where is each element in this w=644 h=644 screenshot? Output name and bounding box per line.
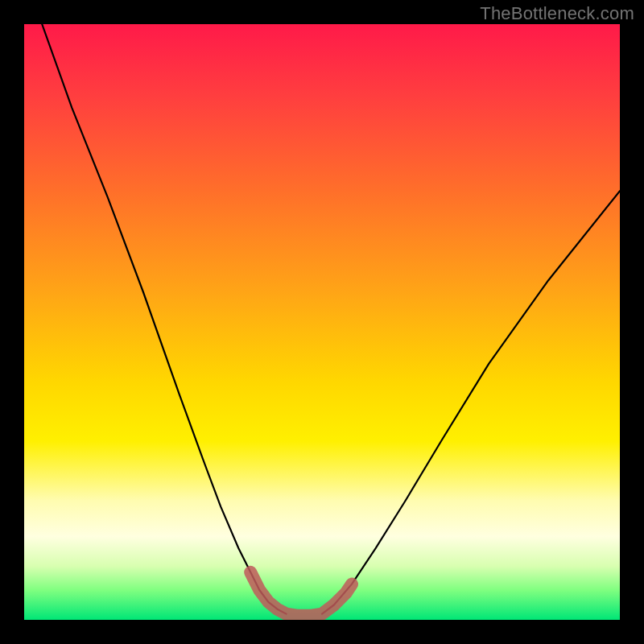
series-left-curve — [42, 24, 286, 614]
series-container — [42, 24, 620, 616]
series-right-curve — [322, 191, 620, 613]
curve-layer — [24, 24, 620, 620]
series-bottom-highlight — [250, 572, 352, 616]
chart-frame: TheBottleneck.com — [0, 0, 644, 644]
watermark-text: TheBottleneck.com — [480, 3, 634, 24]
plot-area — [24, 24, 620, 620]
